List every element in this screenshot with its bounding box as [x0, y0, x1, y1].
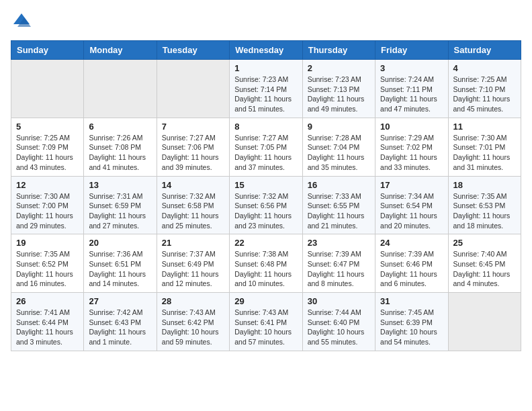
calendar-cell: 6Sunrise: 7:26 AM Sunset: 7:08 PM Daylig…: [84, 118, 157, 176]
calendar-cell: 30Sunrise: 7:44 AM Sunset: 6:40 PM Dayli…: [302, 293, 375, 351]
day-number: 16: [308, 180, 370, 190]
day-info: Sunrise: 7:40 AM Sunset: 6:45 PM Dayligh…: [453, 249, 516, 289]
day-info: Sunrise: 7:23 AM Sunset: 7:14 PM Dayligh…: [234, 75, 297, 114]
weekday-header-tuesday: Tuesday: [157, 41, 229, 60]
day-number: 2: [308, 63, 370, 73]
day-number: 28: [162, 296, 224, 306]
day-number: 22: [234, 238, 297, 248]
day-number: 14: [162, 180, 224, 190]
day-info: Sunrise: 7:26 AM Sunset: 7:08 PM Dayligh…: [89, 133, 151, 173]
day-number: 23: [308, 238, 370, 248]
calendar-cell: 24Sunrise: 7:39 AM Sunset: 6:46 PM Dayli…: [375, 234, 448, 293]
calendar-cell: 27Sunrise: 7:42 AM Sunset: 6:43 PM Dayli…: [84, 293, 157, 351]
calendar-cell: 12Sunrise: 7:30 AM Sunset: 7:00 PM Dayli…: [11, 176, 84, 234]
day-info: Sunrise: 7:42 AM Sunset: 6:43 PM Dayligh…: [89, 308, 151, 347]
day-number: 11: [453, 122, 516, 132]
weekday-header-saturday: Saturday: [448, 41, 521, 60]
page-header: [11, 11, 521, 32]
calendar-cell: 26Sunrise: 7:41 AM Sunset: 6:44 PM Dayli…: [11, 293, 84, 351]
weekday-header-friday: Friday: [375, 41, 448, 60]
calendar-cell: [84, 60, 157, 118]
day-info: Sunrise: 7:37 AM Sunset: 6:49 PM Dayligh…: [162, 249, 224, 289]
day-number: 8: [234, 122, 297, 132]
day-number: 26: [16, 296, 79, 306]
day-info: Sunrise: 7:38 AM Sunset: 6:48 PM Dayligh…: [234, 249, 297, 289]
day-info: Sunrise: 7:36 AM Sunset: 6:51 PM Dayligh…: [89, 249, 151, 289]
day-number: 19: [16, 238, 79, 248]
logo-icon: [11, 11, 32, 32]
day-info: Sunrise: 7:31 AM Sunset: 6:59 PM Dayligh…: [89, 191, 151, 231]
calendar-cell: 21Sunrise: 7:37 AM Sunset: 6:49 PM Dayli…: [157, 234, 229, 293]
weekday-header-thursday: Thursday: [302, 41, 375, 60]
calendar-cell: 7Sunrise: 7:27 AM Sunset: 7:06 PM Daylig…: [157, 118, 229, 176]
day-number: 24: [380, 238, 443, 248]
day-info: Sunrise: 7:25 AM Sunset: 7:09 PM Dayligh…: [16, 133, 79, 173]
calendar-cell: 28Sunrise: 7:43 AM Sunset: 6:42 PM Dayli…: [157, 293, 229, 351]
calendar-week-5: 26Sunrise: 7:41 AM Sunset: 6:44 PM Dayli…: [11, 293, 521, 351]
day-info: Sunrise: 7:32 AM Sunset: 6:56 PM Dayligh…: [234, 191, 297, 231]
day-info: Sunrise: 7:35 AM Sunset: 6:52 PM Dayligh…: [16, 249, 79, 289]
calendar-cell: 15Sunrise: 7:32 AM Sunset: 6:56 PM Dayli…: [230, 176, 302, 234]
calendar-week-3: 12Sunrise: 7:30 AM Sunset: 7:00 PM Dayli…: [11, 176, 521, 234]
day-info: Sunrise: 7:35 AM Sunset: 6:53 PM Dayligh…: [453, 191, 516, 231]
day-info: Sunrise: 7:23 AM Sunset: 7:13 PM Dayligh…: [308, 75, 370, 114]
calendar-cell: 19Sunrise: 7:35 AM Sunset: 6:52 PM Dayli…: [11, 234, 84, 293]
logo: [11, 11, 35, 32]
day-info: Sunrise: 7:32 AM Sunset: 6:58 PM Dayligh…: [162, 191, 224, 231]
day-info: Sunrise: 7:33 AM Sunset: 6:55 PM Dayligh…: [308, 191, 370, 231]
day-number: 18: [453, 180, 516, 190]
day-number: 21: [162, 238, 224, 248]
day-info: Sunrise: 7:41 AM Sunset: 6:44 PM Dayligh…: [16, 308, 79, 347]
calendar-cell: 18Sunrise: 7:35 AM Sunset: 6:53 PM Dayli…: [448, 176, 521, 234]
day-info: Sunrise: 7:43 AM Sunset: 6:41 PM Dayligh…: [234, 308, 297, 347]
calendar-cell: 9Sunrise: 7:28 AM Sunset: 7:04 PM Daylig…: [302, 118, 375, 176]
day-number: 27: [89, 296, 151, 306]
day-number: 30: [308, 296, 370, 306]
day-number: 31: [380, 296, 443, 306]
day-info: Sunrise: 7:27 AM Sunset: 7:05 PM Dayligh…: [234, 133, 297, 173]
day-info: Sunrise: 7:28 AM Sunset: 7:04 PM Dayligh…: [308, 133, 370, 173]
day-number: 4: [453, 63, 516, 73]
calendar-cell: 11Sunrise: 7:30 AM Sunset: 7:01 PM Dayli…: [448, 118, 521, 176]
calendar-cell: 2Sunrise: 7:23 AM Sunset: 7:13 PM Daylig…: [302, 60, 375, 118]
calendar-cell: 4Sunrise: 7:25 AM Sunset: 7:10 PM Daylig…: [448, 60, 521, 118]
day-number: 13: [89, 180, 151, 190]
day-info: Sunrise: 7:43 AM Sunset: 6:42 PM Dayligh…: [162, 308, 224, 347]
day-info: Sunrise: 7:29 AM Sunset: 7:02 PM Dayligh…: [380, 133, 443, 173]
day-number: 25: [453, 238, 516, 248]
weekday-header-sunday: Sunday: [11, 41, 84, 60]
calendar-table: SundayMondayTuesdayWednesdayThursdayFrid…: [11, 40, 521, 351]
day-info: Sunrise: 7:44 AM Sunset: 6:40 PM Dayligh…: [308, 308, 370, 347]
day-info: Sunrise: 7:39 AM Sunset: 6:47 PM Dayligh…: [308, 249, 370, 289]
day-number: 5: [16, 122, 79, 132]
day-number: 15: [234, 180, 297, 190]
day-info: Sunrise: 7:45 AM Sunset: 6:39 PM Dayligh…: [380, 308, 443, 347]
day-info: Sunrise: 7:34 AM Sunset: 6:54 PM Dayligh…: [380, 191, 443, 231]
day-number: 7: [162, 122, 224, 132]
weekday-header-monday: Monday: [84, 41, 157, 60]
calendar-cell: 25Sunrise: 7:40 AM Sunset: 6:45 PM Dayli…: [448, 234, 521, 293]
calendar-cell: [11, 60, 84, 118]
day-number: 29: [234, 296, 297, 306]
day-info: Sunrise: 7:30 AM Sunset: 7:00 PM Dayligh…: [16, 191, 79, 231]
calendar-week-2: 5Sunrise: 7:25 AM Sunset: 7:09 PM Daylig…: [11, 118, 521, 176]
weekday-header-row: SundayMondayTuesdayWednesdayThursdayFrid…: [11, 41, 521, 60]
day-number: 6: [89, 122, 151, 132]
day-number: 1: [234, 63, 297, 73]
calendar-cell: 22Sunrise: 7:38 AM Sunset: 6:48 PM Dayli…: [230, 234, 302, 293]
calendar-cell: 5Sunrise: 7:25 AM Sunset: 7:09 PM Daylig…: [11, 118, 84, 176]
day-number: 17: [380, 180, 443, 190]
calendar-cell: 3Sunrise: 7:24 AM Sunset: 7:11 PM Daylig…: [375, 60, 448, 118]
calendar-cell: 14Sunrise: 7:32 AM Sunset: 6:58 PM Dayli…: [157, 176, 229, 234]
day-number: 3: [380, 63, 443, 73]
calendar-cell: 13Sunrise: 7:31 AM Sunset: 6:59 PM Dayli…: [84, 176, 157, 234]
calendar-cell: 16Sunrise: 7:33 AM Sunset: 6:55 PM Dayli…: [302, 176, 375, 234]
calendar-cell: 29Sunrise: 7:43 AM Sunset: 6:41 PM Dayli…: [230, 293, 302, 351]
calendar-cell: 20Sunrise: 7:36 AM Sunset: 6:51 PM Dayli…: [84, 234, 157, 293]
calendar-cell: 8Sunrise: 7:27 AM Sunset: 7:05 PM Daylig…: [230, 118, 302, 176]
calendar-cell: 31Sunrise: 7:45 AM Sunset: 6:39 PM Dayli…: [375, 293, 448, 351]
calendar-cell: 10Sunrise: 7:29 AM Sunset: 7:02 PM Dayli…: [375, 118, 448, 176]
day-info: Sunrise: 7:25 AM Sunset: 7:10 PM Dayligh…: [453, 75, 516, 114]
day-info: Sunrise: 7:39 AM Sunset: 6:46 PM Dayligh…: [380, 249, 443, 289]
calendar-week-1: 1Sunrise: 7:23 AM Sunset: 7:14 PM Daylig…: [11, 60, 521, 118]
